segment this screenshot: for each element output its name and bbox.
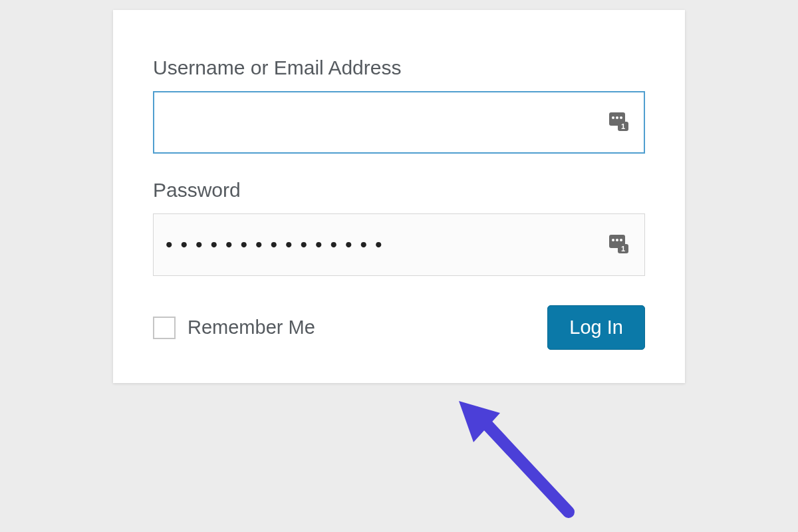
username-input[interactable] bbox=[153, 91, 645, 154]
username-input-wrap: 1 bbox=[153, 91, 645, 154]
bottom-row: Remember Me Log In bbox=[153, 305, 645, 350]
svg-point-9 bbox=[620, 239, 622, 241]
svg-point-7 bbox=[612, 239, 614, 241]
username-label: Username or Email Address bbox=[153, 57, 645, 79]
password-field-group: Password 1 bbox=[153, 179, 645, 276]
svg-point-1 bbox=[612, 116, 614, 119]
svg-text:1: 1 bbox=[621, 122, 625, 130]
remember-me-checkbox[interactable] bbox=[153, 317, 176, 339]
login-panel: Username or Email Address 1 Password bbox=[113, 10, 685, 383]
password-input[interactable] bbox=[153, 213, 645, 276]
login-button[interactable]: Log In bbox=[547, 305, 645, 350]
svg-line-13 bbox=[475, 412, 569, 512]
password-label: Password bbox=[153, 179, 645, 201]
remember-me-label: Remember Me bbox=[188, 317, 315, 338]
username-field-group: Username or Email Address 1 bbox=[153, 57, 645, 154]
password-input-wrap: 1 bbox=[153, 213, 645, 276]
svg-point-3 bbox=[620, 116, 622, 119]
remember-me-wrap: Remember Me bbox=[153, 317, 315, 339]
svg-point-8 bbox=[616, 239, 618, 241]
svg-text:1: 1 bbox=[621, 245, 625, 253]
password-manager-icon[interactable]: 1 bbox=[608, 111, 630, 134]
pointer-arrow-icon bbox=[452, 396, 598, 529]
svg-point-2 bbox=[616, 116, 618, 119]
svg-marker-14 bbox=[459, 401, 500, 442]
password-manager-icon[interactable]: 1 bbox=[608, 233, 630, 256]
